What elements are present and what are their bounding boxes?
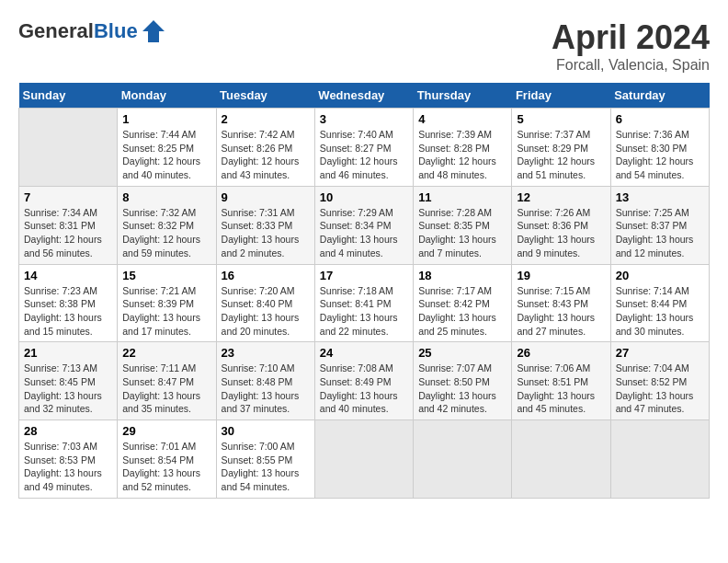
day-info: Sunrise: 7:18 AMSunset: 8:41 PMDaylight:… — [320, 284, 408, 339]
day-number: 22 — [122, 346, 210, 360]
day-info: Sunrise: 7:29 AMSunset: 8:34 PMDaylight:… — [320, 206, 408, 260]
svg-marker-0 — [142, 20, 165, 42]
calendar-cell: 12Sunrise: 7:26 AMSunset: 8:36 PMDayligh… — [512, 186, 610, 264]
week-row-4: 21Sunrise: 7:13 AMSunset: 8:45 PMDayligh… — [19, 342, 710, 420]
day-info: Sunrise: 7:10 AMSunset: 8:48 PMDaylight:… — [222, 362, 310, 416]
day-info: Sunrise: 7:26 AMSunset: 8:36 PMDaylight:… — [517, 206, 605, 260]
day-number: 9 — [222, 190, 310, 204]
page-header: GeneralBlue April 2024 Forcall, Valencia… — [18, 18, 710, 74]
day-number: 16 — [222, 269, 310, 282]
day-number: 30 — [222, 424, 310, 438]
calendar-cell: 17Sunrise: 7:18 AMSunset: 8:41 PMDayligh… — [314, 264, 413, 342]
day-info: Sunrise: 7:00 AMSunset: 8:55 PMDaylight:… — [222, 440, 310, 494]
day-info: Sunrise: 7:11 AMSunset: 8:47 PMDaylight:… — [122, 362, 210, 416]
day-number: 27 — [616, 346, 704, 360]
day-info: Sunrise: 7:03 AMSunset: 8:53 PMDaylight:… — [24, 440, 112, 494]
calendar-header-row: SundayMondayTuesdayWednesdayThursdayFrid… — [19, 83, 710, 109]
day-number: 8 — [122, 190, 210, 204]
week-row-5: 28Sunrise: 7:03 AMSunset: 8:53 PMDayligh… — [19, 420, 710, 499]
header-tuesday: Tuesday — [216, 83, 314, 109]
calendar-cell: 30Sunrise: 7:00 AMSunset: 8:55 PMDayligh… — [216, 420, 314, 499]
calendar-cell — [19, 109, 118, 187]
calendar-cell: 2Sunrise: 7:42 AMSunset: 8:26 PMDaylight… — [216, 109, 314, 187]
calendar-cell: 26Sunrise: 7:06 AMSunset: 8:51 PMDayligh… — [512, 342, 610, 420]
calendar-cell: 6Sunrise: 7:36 AMSunset: 8:30 PMDaylight… — [610, 109, 709, 187]
day-info: Sunrise: 7:23 AMSunset: 8:38 PMDaylight:… — [24, 284, 112, 339]
day-number: 13 — [616, 190, 704, 204]
day-number: 18 — [418, 269, 506, 282]
calendar-cell: 9Sunrise: 7:31 AMSunset: 8:33 PMDaylight… — [216, 186, 314, 264]
calendar-cell: 8Sunrise: 7:32 AMSunset: 8:32 PMDaylight… — [118, 186, 216, 264]
day-number: 24 — [320, 346, 408, 360]
day-info: Sunrise: 7:42 AMSunset: 8:26 PMDaylight:… — [222, 128, 310, 182]
day-info: Sunrise: 7:36 AMSunset: 8:30 PMDaylight:… — [616, 128, 704, 182]
day-number: 12 — [517, 190, 605, 204]
day-info: Sunrise: 7:04 AMSunset: 8:52 PMDaylight:… — [616, 362, 704, 416]
calendar-cell: 7Sunrise: 7:34 AMSunset: 8:31 PMDaylight… — [19, 186, 118, 264]
logo-icon — [141, 18, 166, 44]
calendar-cell: 24Sunrise: 7:08 AMSunset: 8:49 PMDayligh… — [314, 342, 413, 420]
calendar-cell — [610, 420, 709, 499]
day-number: 14 — [24, 269, 112, 282]
day-number: 6 — [616, 112, 704, 126]
header-saturday: Saturday — [610, 83, 709, 109]
header-wednesday: Wednesday — [314, 83, 413, 109]
day-number: 7 — [24, 190, 112, 204]
calendar-cell: 25Sunrise: 7:07 AMSunset: 8:50 PMDayligh… — [414, 342, 512, 420]
calendar-cell: 27Sunrise: 7:04 AMSunset: 8:52 PMDayligh… — [610, 342, 709, 420]
calendar-cell: 22Sunrise: 7:11 AMSunset: 8:47 PMDayligh… — [118, 342, 216, 420]
calendar-cell: 15Sunrise: 7:21 AMSunset: 8:39 PMDayligh… — [118, 264, 216, 342]
day-number: 5 — [517, 112, 605, 126]
day-info: Sunrise: 7:28 AMSunset: 8:35 PMDaylight:… — [418, 206, 506, 260]
calendar-cell — [512, 420, 610, 499]
day-number: 28 — [24, 424, 112, 438]
calendar-cell: 19Sunrise: 7:15 AMSunset: 8:43 PMDayligh… — [512, 264, 610, 342]
logo-blue: Blue — [94, 19, 138, 42]
calendar-cell: 21Sunrise: 7:13 AMSunset: 8:45 PMDayligh… — [19, 342, 118, 420]
day-number: 20 — [616, 269, 704, 282]
day-info: Sunrise: 7:14 AMSunset: 8:44 PMDaylight:… — [616, 284, 704, 339]
title-area: April 2024 Forcall, Valencia, Spain — [552, 18, 710, 74]
calendar-cell: 13Sunrise: 7:25 AMSunset: 8:37 PMDayligh… — [610, 186, 709, 264]
day-info: Sunrise: 7:06 AMSunset: 8:51 PMDaylight:… — [517, 362, 605, 416]
day-number: 3 — [320, 112, 408, 126]
day-number: 4 — [418, 112, 506, 126]
calendar-cell: 11Sunrise: 7:28 AMSunset: 8:35 PMDayligh… — [414, 186, 512, 264]
logo-general: General — [18, 19, 94, 42]
day-number: 26 — [517, 346, 605, 360]
calendar-cell: 4Sunrise: 7:39 AMSunset: 8:28 PMDaylight… — [414, 109, 512, 187]
day-info: Sunrise: 7:25 AMSunset: 8:37 PMDaylight:… — [616, 206, 704, 260]
calendar-cell: 3Sunrise: 7:40 AMSunset: 8:27 PMDaylight… — [314, 109, 413, 187]
main-title: April 2024 — [552, 18, 710, 57]
day-number: 10 — [320, 190, 408, 204]
day-number: 21 — [24, 346, 112, 360]
day-info: Sunrise: 7:37 AMSunset: 8:29 PMDaylight:… — [517, 128, 605, 182]
day-number: 25 — [418, 346, 506, 360]
day-info: Sunrise: 7:20 AMSunset: 8:40 PMDaylight:… — [222, 284, 310, 339]
calendar-cell — [414, 420, 512, 499]
week-row-1: 1Sunrise: 7:44 AMSunset: 8:25 PMDaylight… — [19, 109, 710, 187]
logo: GeneralBlue — [18, 18, 166, 44]
calendar-cell: 18Sunrise: 7:17 AMSunset: 8:42 PMDayligh… — [414, 264, 512, 342]
day-number: 11 — [418, 190, 506, 204]
day-number: 15 — [122, 269, 210, 282]
day-number: 2 — [222, 112, 310, 126]
day-number: 23 — [222, 346, 310, 360]
day-number: 19 — [517, 269, 605, 282]
calendar-cell: 1Sunrise: 7:44 AMSunset: 8:25 PMDaylight… — [118, 109, 216, 187]
day-info: Sunrise: 7:34 AMSunset: 8:31 PMDaylight:… — [24, 206, 112, 260]
day-info: Sunrise: 7:21 AMSunset: 8:39 PMDaylight:… — [122, 284, 210, 339]
day-info: Sunrise: 7:31 AMSunset: 8:33 PMDaylight:… — [222, 206, 310, 260]
day-number: 29 — [122, 424, 210, 438]
day-info: Sunrise: 7:40 AMSunset: 8:27 PMDaylight:… — [320, 128, 408, 182]
subtitle: Forcall, Valencia, Spain — [552, 57, 710, 74]
day-info: Sunrise: 7:44 AMSunset: 8:25 PMDaylight:… — [122, 128, 210, 182]
day-info: Sunrise: 7:15 AMSunset: 8:43 PMDaylight:… — [517, 284, 605, 339]
day-info: Sunrise: 7:32 AMSunset: 8:32 PMDaylight:… — [122, 206, 210, 260]
day-info: Sunrise: 7:17 AMSunset: 8:42 PMDaylight:… — [418, 284, 506, 339]
day-info: Sunrise: 7:13 AMSunset: 8:45 PMDaylight:… — [24, 362, 112, 416]
day-info: Sunrise: 7:39 AMSunset: 8:28 PMDaylight:… — [418, 128, 506, 182]
calendar-cell: 29Sunrise: 7:01 AMSunset: 8:54 PMDayligh… — [118, 420, 216, 499]
calendar-table: SundayMondayTuesdayWednesdayThursdayFrid… — [18, 83, 710, 499]
day-number: 17 — [320, 269, 408, 282]
